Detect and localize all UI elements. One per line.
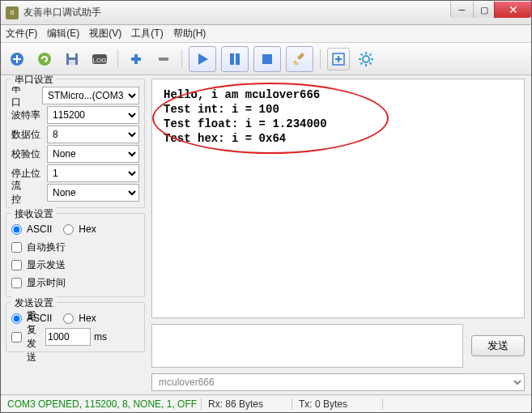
recv-ascii-radio[interactable]: ASCII — [11, 220, 52, 238]
stop-icon[interactable] — [253, 46, 281, 72]
svg-rect-8 — [236, 53, 240, 65]
titlebar[interactable]: S 友善串口调试助手 ─ ▢ ✕ — [1, 1, 531, 25]
menu-edit[interactable]: 编辑(E) — [47, 27, 79, 40]
svg-rect-9 — [262, 54, 272, 64]
menu-help[interactable]: 帮助(H) — [173, 27, 206, 40]
svg-line-17 — [369, 62, 371, 64]
separator — [320, 49, 321, 69]
status-connection: COM3 OPENED, 115200, 8, NONE, 1, OFF — [1, 398, 202, 410]
separator — [181, 49, 182, 69]
recv-hex-radio[interactable]: Hex — [63, 220, 96, 238]
repeat-check[interactable]: 重复发送 — [11, 328, 42, 346]
group-legend: 串口设置 — [11, 75, 57, 87]
receive-textarea[interactable]: Hello, i am mculover666 Test int: i = 10… — [151, 79, 525, 318]
databit-label: 数据位 — [11, 128, 42, 142]
menu-file[interactable]: 文件(F) — [6, 27, 37, 40]
flow-select[interactable]: None — [47, 184, 139, 202]
pause-icon[interactable] — [221, 46, 249, 72]
status-tx: Tx: 0 Bytes — [292, 398, 383, 410]
parity-select[interactable]: None — [47, 145, 139, 163]
group-legend: 发送设置 — [11, 296, 57, 310]
gear-icon[interactable] — [355, 48, 377, 70]
send-textarea[interactable] — [151, 324, 463, 368]
sidebar: 串口设置 串 口 STMicro...(COM3 波特率 115200 数据位 … — [1, 75, 150, 394]
history-select[interactable]: mculover666 — [151, 373, 525, 391]
svg-rect-7 — [230, 53, 234, 65]
interval-input[interactable] — [45, 328, 91, 346]
menu-view[interactable]: 视图(V) — [89, 27, 121, 40]
showsend-check[interactable]: 显示发送 — [11, 256, 139, 274]
new-icon[interactable] — [6, 48, 28, 70]
menubar: 文件(F) 编辑(E) 视图(V) 工具(T) 帮助(H) — [1, 25, 531, 43]
stopbit-label: 停止位 — [11, 167, 42, 181]
baud-label: 波特率 — [11, 109, 42, 122]
databit-select[interactable]: 8 — [47, 126, 139, 143]
stopbit-select[interactable]: 1 — [47, 164, 139, 182]
status-rx: Rx: 86 Bytes — [202, 398, 292, 410]
serial-settings-group: 串口设置 串 口 STMicro...(COM3 波特率 115200 数据位 … — [6, 79, 145, 208]
send-row: 发送 — [151, 323, 525, 368]
port-select[interactable]: STMicro...(COM3 — [42, 87, 139, 104]
minus-icon[interactable] — [152, 48, 175, 70]
send-hex-radio[interactable]: Hex — [63, 309, 96, 327]
status-bar: COM3 OPENED, 115200, 8, NONE, 1, OFF Rx:… — [1, 394, 531, 412]
maximize-button[interactable]: ▢ — [473, 2, 494, 18]
svg-line-19 — [369, 53, 371, 55]
ms-label: ms — [94, 331, 107, 343]
menu-tool[interactable]: 工具(T) — [131, 27, 163, 40]
autowrap-check[interactable]: 自动换行 — [11, 238, 139, 256]
svg-line-16 — [361, 53, 363, 55]
plus-icon[interactable] — [125, 48, 147, 70]
svg-line-18 — [361, 62, 363, 64]
save-icon[interactable] — [61, 48, 83, 70]
window-title: 友善串口调试助手 — [23, 6, 450, 19]
flow-label: 流 控 — [11, 179, 42, 206]
send-settings-group: 发送设置 ASCII Hex 重复发送 ms — [6, 302, 145, 352]
app-window: S 友善串口调试助手 ─ ▢ ✕ 文件(F) 编辑(E) 视图(V) 工具(T)… — [0, 0, 532, 413]
showtime-check[interactable]: 显示时间 — [11, 274, 139, 292]
toolbar: LOG — [1, 43, 531, 75]
svg-text:LOG: LOG — [93, 57, 107, 64]
window-buttons: ─ ▢ ✕ — [450, 1, 531, 24]
play-icon[interactable] — [189, 46, 216, 72]
recv-settings-group: 接收设置 ASCII Hex 自动换行 显示发送 显示时间 — [6, 213, 145, 297]
app-icon: S — [6, 6, 19, 19]
parity-label: 校验位 — [11, 147, 42, 161]
main-area: 串口设置 串 口 STMicro...(COM3 波特率 115200 数据位 … — [1, 75, 531, 394]
right-column: Hello, i am mculover666 Test int: i = 10… — [150, 75, 531, 394]
svg-rect-3 — [69, 53, 75, 57]
group-legend: 接收设置 — [11, 207, 57, 221]
baud-select[interactable]: 115200 — [47, 106, 139, 124]
clean-icon[interactable] — [286, 46, 313, 72]
receive-text: Hello, i am mculover666 Test int: i = 10… — [152, 79, 524, 154]
svg-point-11 — [363, 56, 369, 62]
svg-rect-4 — [69, 60, 75, 65]
log-icon[interactable]: LOG — [88, 48, 111, 70]
close-button[interactable]: ✕ — [494, 2, 531, 18]
send-button[interactable]: 发送 — [471, 335, 525, 356]
separator — [117, 49, 118, 69]
svg-point-1 — [38, 53, 51, 66]
minimize-button[interactable]: ─ — [450, 2, 473, 18]
refresh-icon[interactable] — [33, 48, 56, 70]
add-panel-icon[interactable] — [327, 48, 350, 70]
